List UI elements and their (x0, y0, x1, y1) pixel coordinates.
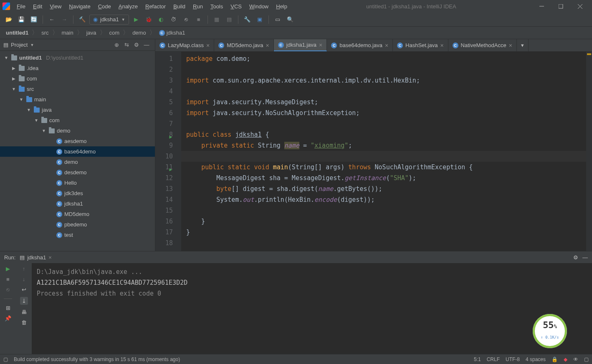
expand-arrow-icon[interactable]: ▼ (26, 108, 32, 112)
breadcrumb-src[interactable]: src (41, 30, 48, 36)
settings-button[interactable]: 🔧 (242, 14, 253, 25)
menu-refactor[interactable]: Refactor (142, 2, 169, 11)
print-button[interactable]: 🖶 (21, 309, 27, 315)
maximize-button[interactable] (551, 0, 570, 13)
layout-button[interactable]: ⊞ (6, 305, 10, 311)
run-config-selector[interactable]: ◉ jdksha1 ▼ (89, 15, 129, 25)
sdk-button[interactable]: ▣ (254, 14, 265, 25)
expand-arrow-icon[interactable]: ▶ (11, 76, 17, 81)
network-speed-widget[interactable]: 55% ↑ 0.1K/s (533, 314, 567, 348)
expand-arrow-icon[interactable]: ▶ (11, 66, 17, 70)
project-tree[interactable]: ▼ untitled1 D:\yos\untitled1 ▶.idea▶com▼… (0, 51, 155, 251)
line-number[interactable]: 5 (155, 97, 173, 108)
code-line[interactable] (186, 86, 586, 97)
scroll-end-button[interactable]: ⤓ (20, 297, 28, 305)
code-line[interactable] (186, 238, 586, 249)
avd-button[interactable]: ▭ (272, 14, 283, 25)
back-button[interactable]: ← (46, 14, 57, 25)
notifier-icon[interactable]: ◆ (564, 356, 567, 362)
tree-root[interactable]: ▼ untitled1 D:\yos\untitled1 (0, 53, 155, 63)
tab-NativeMethodAcce[interactable]: CNativeMethodAcce× (448, 39, 517, 51)
line-number[interactable]: 12 (155, 173, 173, 183)
code-line[interactable]: import com.sun.org.apache.xerces.interna… (186, 75, 586, 86)
code-line[interactable]: public class jdksha1 { (186, 129, 586, 140)
build-button[interactable]: 🔨 (77, 14, 88, 25)
close-button[interactable] (570, 0, 589, 13)
menu-file[interactable]: File (13, 2, 29, 11)
tree-node-demo[interactable]: Cdemo (0, 157, 155, 167)
line-number[interactable]: 10 (155, 151, 173, 162)
code-line[interactable]: package com.demo; (186, 53, 586, 64)
line-number[interactable]: 16 (155, 216, 173, 227)
code-line[interactable]: import java.security.NoSuchAlgorithmExce… (186, 108, 586, 118)
menu-edit[interactable]: Edit (30, 2, 46, 11)
structure-button[interactable]: ▦ (211, 14, 222, 25)
memory-icon[interactable]: 👁 (573, 356, 578, 362)
code-line[interactable]: MessageDigest sha = MessageDigest.getIns… (186, 173, 586, 183)
stop-button[interactable]: ■ (193, 14, 204, 25)
up-button[interactable]: ↑ (23, 266, 25, 272)
profile-button[interactable]: ⏱ (168, 14, 179, 25)
close-tab-icon[interactable]: × (509, 42, 512, 49)
code-line[interactable]: import java.security.MessageDigest; (186, 97, 586, 108)
code-line[interactable] (186, 64, 586, 75)
open-button[interactable]: 📂 (3, 14, 14, 25)
breadcrumb-com[interactable]: com (109, 30, 120, 36)
caret-position[interactable]: 5:1 (474, 356, 481, 362)
code-body[interactable]: package com.demo;import com.sun.org.apac… (181, 52, 586, 251)
tree-node-MD5demo[interactable]: CMD5demo (0, 209, 155, 219)
tree-node-src[interactable]: ▼src (0, 84, 155, 94)
line-number[interactable]: 2 (155, 64, 173, 75)
tree-node-desdemo[interactable]: Cdesdemo (0, 167, 155, 178)
line-number[interactable]: 17 (155, 227, 173, 238)
breadcrumb-main[interactable]: main (62, 30, 73, 36)
tree-node-demo[interactable]: ▼demo (0, 126, 155, 136)
tree-node-jdksha1[interactable]: Cjdksha1 (0, 198, 155, 209)
sync-button[interactable]: 🔄 (28, 14, 39, 25)
code-line[interactable]: System.out.println(HexBin.encode(digest)… (186, 194, 586, 205)
tab-LazyMap.class[interactable]: CLazyMap.class× (155, 39, 214, 51)
more-tabs-button[interactable]: ▾ (517, 39, 529, 51)
tree-node-main[interactable]: ▼main (0, 94, 155, 105)
tree-node-java[interactable]: ▼java (0, 105, 155, 115)
file-encoding[interactable]: UTF-8 (506, 356, 520, 362)
line-number[interactable]: 11▶ (155, 162, 173, 173)
breadcrumb-demo[interactable]: demo (132, 30, 146, 36)
line-number[interactable]: 1 (155, 53, 173, 64)
clear-button[interactable]: 🗑 (21, 319, 27, 326)
breadcrumb-jdksha1[interactable]: C jdksha1 (159, 30, 185, 36)
line-number[interactable]: 13 (155, 183, 173, 194)
coverage-button[interactable]: ◐ (156, 14, 167, 25)
line-number[interactable]: 4 (155, 86, 173, 97)
line-number[interactable]: 9 (155, 140, 173, 151)
breadcrumb-java[interactable]: java (86, 30, 96, 36)
expand-arrow-icon[interactable]: ▼ (33, 118, 39, 123)
tool-window-button[interactable]: ▢ (3, 356, 8, 362)
run-tool-config[interactable]: ▤ jdksha1 × (20, 254, 51, 261)
run-settings-button[interactable]: ⚙ (573, 254, 578, 261)
tab-jdksha1.java[interactable]: Cjdksha1.java× (274, 39, 327, 51)
code-line[interactable]: byte[] digest = sha.digest(name.getBytes… (186, 183, 586, 194)
code-area[interactable]: 12345678▶91011▶12131415161718 package co… (155, 52, 592, 251)
tree-node-test[interactable]: Ctest (0, 230, 155, 240)
close-tab-icon[interactable]: × (440, 42, 443, 49)
code-line[interactable] (186, 118, 586, 129)
error-stripe[interactable] (586, 52, 592, 251)
tab-base64demo.java[interactable]: Cbase64demo.java× (327, 39, 393, 51)
code-line[interactable]: public static void main(String[] args) t… (186, 162, 586, 173)
soft-wrap-button[interactable]: ↩ (22, 286, 26, 293)
menu-run[interactable]: Run (190, 2, 206, 11)
panel-settings-button[interactable]: ⚙ (132, 40, 142, 50)
tab-HashSet.java[interactable]: CHashSet.java× (393, 39, 448, 51)
line-number[interactable]: 8▶ (155, 129, 173, 140)
menu-view[interactable]: View (46, 2, 65, 11)
indent-setting[interactable]: 4 spaces (526, 356, 546, 362)
rerun-button[interactable]: ▶ (6, 266, 10, 272)
line-number[interactable]: 3 (155, 75, 173, 86)
menu-navigate[interactable]: Navigate (66, 2, 94, 11)
down-button[interactable]: ↓ (23, 276, 25, 282)
expand-arrow-icon[interactable]: ▼ (11, 87, 17, 91)
minimize-button[interactable] (532, 0, 551, 13)
menu-analyze[interactable]: Analyze (115, 2, 141, 11)
tree-node-com[interactable]: ▶com (0, 73, 155, 84)
